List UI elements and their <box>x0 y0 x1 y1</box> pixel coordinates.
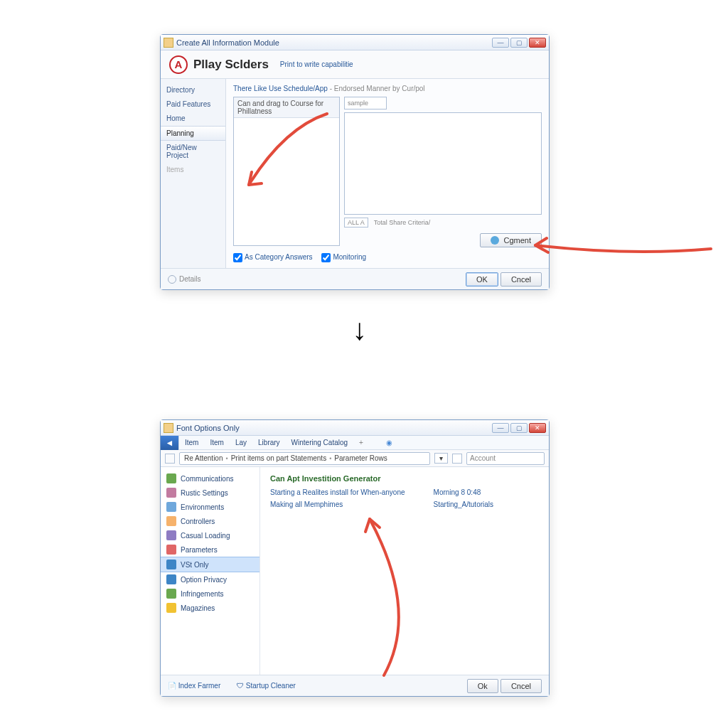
sidebar-item[interactable]: Option Privacy <box>161 572 259 587</box>
ok-button[interactable]: OK <box>466 272 498 287</box>
cancel-button[interactable]: Cncel <box>500 272 542 287</box>
sidebar-item[interactable]: Items <box>161 163 225 177</box>
description-textarea[interactable] <box>344 112 542 215</box>
w1-titlebar[interactable]: Create All Information Module — ▢ ✕ <box>161 35 549 50</box>
checkbox-a-label: As Category Answers <box>245 253 313 261</box>
header-link[interactable]: Print to write capabilitie <box>280 60 353 68</box>
search-input[interactable]: Account <box>466 452 545 465</box>
w2-window-title: Font Options Only <box>176 424 240 432</box>
task-link[interactable]: Making all Memphimes <box>270 500 405 508</box>
view-dropdown[interactable]: ▾ <box>434 453 448 464</box>
menu-item[interactable]: Wintering Catalog <box>286 439 353 446</box>
app-title: Pllay Sclders <box>193 58 269 72</box>
sidebar-item[interactable]: Directory <box>161 83 225 97</box>
w2-footer: 📄 Index Farmer 🛡 Startup Cleaner Ok Cnce… <box>161 675 549 696</box>
app-logo-icon: A <box>169 55 188 74</box>
crumb-part[interactable]: Parameter Rows <box>334 454 387 462</box>
refresh-icon[interactable] <box>452 454 462 464</box>
w1-footer: Details OK Cncel <box>161 268 549 289</box>
search-placeholder: Account <box>470 454 496 462</box>
share-criteria-label: Total Share Criteria/ <box>374 219 431 226</box>
category-icon <box>166 473 176 483</box>
task-link[interactable]: Starting_A/tutorials <box>434 500 494 508</box>
maximize-button[interactable]: ▢ <box>510 423 528 433</box>
close-button[interactable]: ✕ <box>529 38 546 48</box>
ok-button[interactable]: Ok <box>467 679 498 693</box>
sidebar-item[interactable]: Controllers <box>161 514 259 528</box>
sidebar-item[interactable]: Planning <box>161 126 225 141</box>
up-icon[interactable] <box>165 454 175 464</box>
sidebar-item-label: Magazines <box>181 604 215 612</box>
maximize-button[interactable]: ▢ <box>510 38 528 48</box>
breadcrumb[interactable]: Re Attention• Print items on part Statem… <box>179 452 430 465</box>
checkbox-b[interactable]: Monitoring <box>321 253 366 261</box>
w2-titlebar[interactable]: Font Options Only — ▢ ✕ <box>161 420 549 436</box>
footer-link[interactable]: 📄 Index Farmer <box>168 682 228 690</box>
w2-sidebar: Communications Rustic Settings Environme… <box>161 467 260 675</box>
tag-chip[interactable]: ALL A <box>344 218 368 228</box>
minimize-button[interactable]: — <box>492 423 509 433</box>
sidebar-item[interactable]: Paid Features <box>161 97 225 112</box>
minimize-button[interactable]: — <box>492 38 509 48</box>
footer-link-label: Index Farmer <box>178 682 220 690</box>
dropdown-value: sample <box>348 100 368 107</box>
category-icon <box>166 560 176 569</box>
footer-link[interactable]: 🛡 Startup Cleaner <box>237 682 303 690</box>
category-icon <box>166 502 176 512</box>
sidebar-item-label: Communications <box>181 475 233 483</box>
w1-sidebar: Directory Paid Features Home Planning Pa… <box>161 79 226 268</box>
task-link[interactable]: Morning 8 0:48 <box>434 488 494 496</box>
close-button[interactable]: ✕ <box>529 423 546 433</box>
options-row: As Category Answers Monitoring <box>233 253 542 262</box>
help-icon[interactable]: ◉ <box>380 439 398 446</box>
crumb-part[interactable]: Print items on part Statements <box>231 454 327 462</box>
sidebar-item[interactable]: Communications <box>161 471 259 486</box>
footer-link-label: Startup Cleaner <box>246 682 296 690</box>
section-sub: - Endorsed Manner by Cur/pol <box>330 85 425 92</box>
sidebar-item-label: Parameters <box>181 546 218 554</box>
task-link[interactable]: Starting a Realites install for When-any… <box>270 488 405 496</box>
category-icon <box>166 488 176 498</box>
w2-main: Can Apt Investition Generator Starting a… <box>260 467 549 675</box>
checkbox-a[interactable]: As Category Answers <box>233 253 313 261</box>
app-icon <box>164 423 173 433</box>
back-button[interactable]: ◄ <box>161 436 179 450</box>
section-label: There Like Use Schedule/App <box>233 85 328 92</box>
w1-header: A Pllay Sclders Print to write capabilit… <box>161 50 549 79</box>
sidebar-item-label: VSt Only <box>181 561 208 569</box>
crumb-part[interactable]: Re Attention <box>184 454 223 462</box>
sidebar-item[interactable]: Infringements <box>161 587 259 601</box>
sidebar-item-label: Rustic Settings <box>181 489 228 497</box>
menu-item[interactable]: Library <box>252 439 286 446</box>
annotation-arrow-icon <box>530 228 714 263</box>
menu-item[interactable]: Lay <box>230 439 252 446</box>
flow-arrow-icon: ↓ <box>352 313 367 347</box>
category-list[interactable]: Can and drag to Course for Phillatness <box>233 97 340 246</box>
section-heading: Can Apt Investition Generator <box>270 474 539 483</box>
control-panel-window: Font Options Only — ▢ ✕ ◄ Item Item Lay … <box>160 419 550 697</box>
sidebar-item[interactable]: Home <box>161 112 225 126</box>
sidebar-item[interactable]: VSt Only <box>161 557 259 572</box>
sidebar-item-label: Controllers <box>181 518 215 525</box>
sidebar-item[interactable]: Magazines <box>161 601 259 615</box>
sidebar-item[interactable]: Paid/New Project <box>161 141 225 163</box>
category-icon <box>166 516 176 526</box>
category-icon <box>166 574 176 584</box>
category-icon <box>166 603 176 613</box>
comment-button-label: Cgment <box>503 236 531 245</box>
sidebar-item[interactable]: Environments <box>161 500 259 514</box>
sidebar-item[interactable]: Rustic Settings <box>161 486 259 500</box>
category-icon <box>166 530 176 540</box>
w1-window-title: Create All Information Module <box>176 38 279 47</box>
list-header: Can and drag to Course for Phillatness <box>234 97 339 118</box>
sidebar-item[interactable]: Casual Loading <box>161 528 259 542</box>
category-icon <box>166 545 176 555</box>
menu-item[interactable]: Item <box>179 439 204 446</box>
menu-item[interactable]: Item <box>204 439 229 446</box>
sidebar-item-label: Infringements <box>181 590 224 598</box>
cancel-button[interactable]: Cncel <box>500 679 542 693</box>
sample-dropdown[interactable]: sample <box>344 97 387 109</box>
comment-button[interactable]: Cgment <box>480 233 542 247</box>
info-icon <box>168 275 176 284</box>
sidebar-item[interactable]: Parameters <box>161 542 259 557</box>
